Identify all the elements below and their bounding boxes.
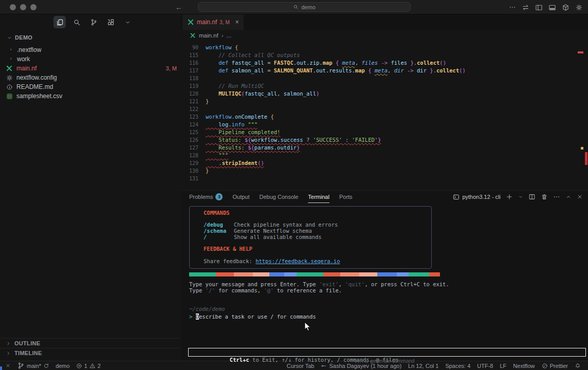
- breadcrumb[interactable]: main.nf › ...: [181, 30, 588, 41]
- chevron-down-icon[interactable]: [121, 16, 134, 28]
- maximize-panel-icon[interactable]: [565, 194, 572, 200]
- gradient-segment: [297, 272, 323, 276]
- explorer-root-header[interactable]: DEMO: [0, 33, 181, 42]
- problems-status-label: 1: [84, 363, 87, 369]
- file-label: main.nf: [16, 65, 36, 72]
- swap-arrows-icon[interactable]: [522, 4, 529, 11]
- remote-icon: [5, 363, 11, 368]
- close-tab-icon[interactable]: ×: [235, 18, 239, 26]
- feedback-link[interactable]: https://feedback.seqera.io: [255, 258, 340, 264]
- tree-item-work[interactable]: work: [0, 54, 181, 64]
- line-number: 128: [181, 152, 198, 159]
- minimize-window-button[interactable]: [20, 4, 26, 10]
- new-terminal-icon[interactable]: [506, 193, 513, 200]
- code-editor[interactable]: 90workflow {115 // Collect all QC output…: [181, 41, 588, 190]
- warning-icon: [89, 363, 96, 369]
- command-center-search[interactable]: demo: [198, 2, 411, 12]
- outline-section[interactable]: OUTLINE: [0, 338, 181, 348]
- tree-item--nextflow[interactable]: .nextflow: [0, 45, 181, 54]
- file-label: .nextflow: [17, 46, 41, 53]
- panel-tab-bar: Problems3OutputDebug ConsoleTerminalPort…: [181, 191, 588, 203]
- window-controls: [0, 4, 36, 10]
- csv-table-icon: [5, 93, 13, 100]
- terminal-input-text: escribe a task or use / for commands: [199, 313, 316, 320]
- code-line: 120 MULTIQC(fastqc_all, salmon_all): [181, 90, 588, 98]
- problems-status-label2: 2: [98, 363, 101, 369]
- explorer-icon[interactable]: [53, 16, 66, 28]
- panel-tab-debug-console[interactable]: Debug Console: [260, 191, 299, 203]
- panel-tab-label: Output: [232, 194, 249, 200]
- line-number: 90: [181, 44, 198, 51]
- problems-status[interactable]: 12: [76, 363, 101, 369]
- line-content: Results: ${params.outdir}: [206, 144, 300, 152]
- split-terminal-icon[interactable]: [528, 193, 536, 200]
- terminal-hint-bar[interactable]: Ctrl+c to Exit, ↑/↓ for history, / comma…: [188, 348, 586, 357]
- chevron-right-icon: [6, 341, 11, 346]
- breadcrumb-symbol[interactable]: ...: [227, 32, 232, 39]
- generate-command-hint: ⌘K to generate command: [181, 358, 588, 364]
- panel-tab-ports[interactable]: Ports: [339, 191, 353, 203]
- line-content: def fastqc_all = FASTQC.out.zip.map { me…: [206, 59, 446, 67]
- panel-actions: python3.12 - cli: [453, 193, 583, 200]
- line-number: 122: [181, 105, 198, 113]
- remote-indicator[interactable]: [5, 363, 11, 368]
- extensions-icon[interactable]: [104, 16, 117, 28]
- tree-item-nextflow-config[interactable]: nextflow.config: [0, 73, 181, 82]
- kill-terminal-icon[interactable]: [541, 193, 548, 200]
- titlebar-actions: [509, 0, 583, 14]
- breadcrumb-file[interactable]: main.nf: [199, 32, 218, 39]
- gradient-divider: [189, 272, 440, 276]
- line-number: 131: [181, 175, 198, 182]
- terminal-view[interactable]: COMMANDS /debugCheck pipeline syntax and…: [181, 206, 588, 364]
- panel-tab-problems[interactable]: Problems3: [189, 191, 223, 203]
- panel-tab-label: Ports: [339, 194, 353, 200]
- terminal-help-box: COMMANDS /debugCheck pipeline syntax and…: [189, 206, 432, 269]
- source-control-icon[interactable]: [87, 16, 100, 28]
- panel-tab-output[interactable]: Output: [232, 191, 249, 203]
- zoom-window-button[interactable]: [30, 4, 36, 10]
- line-content: // Run MultiQC: [206, 82, 264, 90]
- tab-main-nf[interactable]: main.nf 3, M ×: [182, 14, 244, 30]
- line-content: // Collect all QC outputs: [206, 51, 300, 59]
- close-window-button[interactable]: [10, 4, 16, 10]
- terminal-profile-chevron-icon[interactable]: [518, 194, 523, 199]
- editor-area: main.nf 3, M × main.nf › ... 90workflow …: [181, 14, 588, 361]
- code-line: 121}: [181, 98, 588, 105]
- line-content: MULTIQC(fastqc_all, salmon_all): [206, 90, 319, 98]
- gradient-segment: [340, 272, 359, 276]
- more-icon[interactable]: [509, 4, 516, 11]
- layout-panel-icon[interactable]: [548, 4, 556, 11]
- line-content: .stripIndent(): [206, 159, 264, 167]
- gradient-segment: [284, 272, 297, 276]
- close-panel-icon[interactable]: [577, 194, 583, 200]
- settings-gear-icon[interactable]: [575, 4, 583, 11]
- terminal-prompt[interactable]: > Describe a task or use / for commands: [189, 313, 588, 320]
- tree-item-readme-md[interactable]: README.md: [0, 82, 181, 91]
- panel-tab-terminal[interactable]: Terminal: [308, 191, 329, 203]
- gradient-segment: [429, 272, 440, 276]
- more-actions-icon[interactable]: [553, 193, 560, 200]
- terminal-instance[interactable]: python3.12 - cli: [453, 194, 501, 200]
- gradient-segment: [253, 272, 269, 276]
- timeline-section[interactable]: TIMELINE: [0, 348, 181, 358]
- line-content: }: [206, 98, 209, 105]
- back-arrow-icon[interactable]: ←: [175, 3, 182, 11]
- code-line: 127 Results: ${params.outdir}: [181, 144, 588, 152]
- tab-problems-badge: 3, M: [219, 20, 229, 25]
- tree-item-main-nf[interactable]: main.nf3, M: [0, 64, 181, 73]
- line-number: 120: [181, 90, 198, 98]
- gradient-segment: [397, 272, 409, 276]
- line-content: Status: ${workflow.success ? 'SUCCESS' :…: [206, 136, 381, 144]
- code-line: 90workflow {: [181, 44, 588, 51]
- active-task[interactable]: demo: [56, 363, 70, 369]
- layout-sidebar-icon[interactable]: [535, 4, 543, 11]
- line-number: 117: [181, 67, 198, 75]
- cube-icon[interactable]: [562, 4, 569, 11]
- search-icon[interactable]: [70, 16, 83, 28]
- git-branch[interactable]: main*: [17, 362, 49, 369]
- code-line: 130}: [181, 167, 588, 175]
- code-line: 128 """: [181, 152, 588, 159]
- tree-item-samplesheet-csv[interactable]: samplesheet.csv: [0, 91, 181, 101]
- nextflow-icon: [5, 65, 13, 72]
- code-line: 124 log.info """: [181, 121, 588, 128]
